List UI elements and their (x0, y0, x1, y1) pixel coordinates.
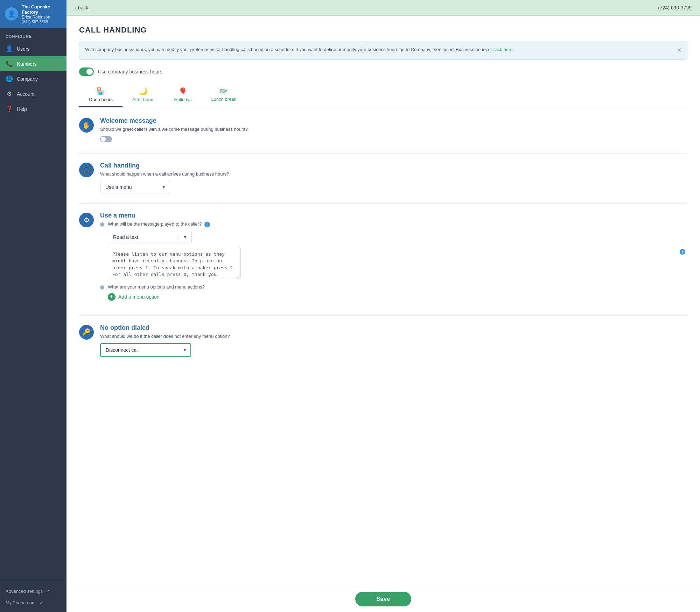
sidebar-item-account-label: Account (17, 91, 35, 97)
menu-options-row: What are your menu options and menu acti… (100, 284, 687, 301)
textarea-info-icon[interactable]: i (680, 249, 685, 255)
call-handling-body: Call handling What should happen when a … (100, 162, 687, 193)
phone-number: (724) 690-3799 (658, 5, 692, 10)
company-name: The Cupcake Factory (22, 4, 62, 15)
tab-lunch-break[interactable]: 🍽 Lunch break (201, 84, 246, 107)
call-handling-tabs: 🏪 Open hours 🌙 After hours 🎈 Holidays 🍽 … (79, 84, 687, 107)
call-handling-dropdown[interactable]: Use a menu Forward to number Send to voi… (100, 181, 170, 193)
sidebar-item-help-label: Help (17, 106, 27, 112)
welcome-message-subtitle: Should we greet callers with a welcome m… (100, 127, 687, 132)
advanced-settings-link[interactable]: Advanced settings ↗ (0, 585, 66, 597)
configure-label: CONFIGURE (0, 28, 66, 41)
tab-holidays[interactable]: 🎈 Holidays (164, 84, 202, 107)
menu-text-textarea[interactable]: Please listen to our menu options as the… (108, 247, 241, 278)
read-text-label: Read a text (108, 231, 178, 243)
call-handling-icon: 🎧 (79, 163, 94, 177)
call-handling-section: 🎧 Call handling What should happen when … (79, 162, 687, 193)
tab-after-hours[interactable]: 🌙 After hours (122, 84, 164, 107)
no-option-dialed-title: No option dialed (100, 324, 687, 332)
save-bar: Save (66, 586, 700, 612)
welcome-message-section: ✋ Welcome message Should we greet caller… (79, 117, 687, 143)
add-menu-option-button[interactable]: + Add a menu option (108, 293, 687, 301)
business-hours-toggle[interactable] (79, 67, 94, 76)
sidebar-item-company[interactable]: 🌐 Company (0, 71, 66, 86)
bullet-1 (100, 222, 104, 227)
business-hours-toggle-row: Use company business hours (79, 67, 687, 76)
use-a-menu-section: ⚙ Use a menu What will be the message pl… (79, 212, 687, 306)
use-a-menu-title: Use a menu (100, 212, 687, 219)
tab-open-hours[interactable]: 🏪 Open hours (79, 84, 122, 107)
after-hours-icon: 🌙 (139, 87, 148, 95)
back-button[interactable]: ‹ back (75, 5, 88, 10)
info-banner-text: With company business hours, you can mod… (85, 46, 514, 53)
sidebar-item-account[interactable]: ⚙ Account (0, 86, 66, 101)
welcome-message-toggle[interactable] (100, 136, 112, 142)
add-menu-option-label: Add a menu option (118, 294, 160, 300)
account-icon: ⚙ (6, 90, 13, 98)
page-content: CALL HANDLING With company business hour… (66, 16, 700, 586)
tab-holidays-label: Holidays (174, 97, 192, 102)
info-banner: With company business hours, you can mod… (79, 41, 687, 60)
sidebar-item-company-label: Company (17, 76, 38, 82)
my-phone-label: My.Phone.com (6, 600, 36, 605)
main-content: ‹ back (724) 690-3799 CALL HANDLING With… (66, 0, 700, 612)
call-handling-dropdown-wrap: Use a menu Forward to number Send to voi… (100, 181, 170, 193)
user-info: The Cupcake Factory Erica Robinson (844)… (22, 4, 62, 24)
sidebar-item-numbers[interactable]: 📞 Numbers (0, 56, 66, 71)
toggle-label: Use company business hours (98, 69, 162, 74)
tab-after-hours-label: After hours (132, 97, 155, 102)
no-option-dialed-icon: 🔑 (79, 325, 94, 340)
advanced-settings-label: Advanced settings (6, 589, 43, 594)
save-button[interactable]: Save (355, 592, 411, 606)
no-option-dialed-subtitle: What should we do if the caller does not… (100, 334, 687, 339)
call-handling-title: Call handling (100, 162, 687, 169)
use-a-menu-body: Use a menu What will be the message play… (100, 212, 687, 306)
lunch-break-icon: 🍽 (220, 87, 227, 95)
message-info-icon[interactable]: i (204, 222, 210, 227)
disconnect-dropdown-wrap: Disconnect call Forward to number Send t… (100, 343, 191, 357)
welcome-message-icon: ✋ (79, 118, 94, 133)
divider-3 (79, 315, 687, 316)
welcome-message-body: Welcome message Should we greet callers … (100, 117, 687, 143)
divider-2 (79, 203, 687, 204)
my-phone-link[interactable]: My.Phone.com ↗ (0, 597, 66, 609)
user-phone: (844) 587-8638 (22, 20, 62, 24)
read-text-dropdown-arrow[interactable]: ▼ (178, 235, 191, 240)
disconnect-dropdown[interactable]: Disconnect call Forward to number Send t… (100, 343, 191, 357)
click-here-link[interactable]: click here (493, 47, 513, 52)
sidebar-item-numbers-label: Numbers (17, 61, 37, 67)
avatar: 👤 (5, 7, 18, 21)
sidebar-item-users[interactable]: 👤 Users (0, 41, 66, 56)
open-hours-icon: 🏪 (96, 87, 105, 95)
no-option-dialed-section: 🔑 No option dialed What should we do if … (79, 324, 687, 357)
users-icon: 👤 (6, 45, 13, 52)
user-name: Erica Robinson (22, 15, 62, 20)
sidebar-item-help[interactable]: ❓ Help (0, 101, 66, 116)
sidebar-header: 👤 The Cupcake Factory Erica Robinson (84… (0, 0, 66, 28)
divider-1 (79, 153, 687, 154)
call-handling-subtitle: What should happen when a call arrives d… (100, 171, 687, 177)
read-text-dropdown-wrap: Read a text ▼ (108, 231, 192, 243)
company-icon: 🌐 (6, 75, 13, 83)
message-question-row: What will be the message played to the c… (100, 221, 687, 279)
menu-options-label: What are your menu options and menu acti… (108, 284, 687, 290)
use-a-menu-icon: ⚙ (79, 213, 94, 227)
external-link-icon: ↗ (46, 589, 50, 594)
external-link-icon-2: ↗ (39, 600, 43, 605)
close-banner-button[interactable]: ✕ (677, 46, 681, 55)
tab-lunch-break-label: Lunch break (211, 97, 236, 102)
topbar: ‹ back (724) 690-3799 (66, 0, 700, 16)
sidebar-item-users-label: Users (17, 46, 30, 52)
message-question-content: What will be the message played to the c… (108, 221, 687, 279)
message-question-label: What will be the message played to the c… (108, 221, 687, 227)
menu-options-content: What are your menu options and menu acti… (108, 284, 687, 301)
back-chevron-icon: ‹ (75, 5, 77, 10)
sidebar: 👤 The Cupcake Factory Erica Robinson (84… (0, 0, 66, 612)
menu-textarea-wrap: Please listen to our menu options as the… (108, 247, 687, 279)
help-icon: ❓ (6, 105, 13, 113)
welcome-message-title: Welcome message (100, 117, 687, 124)
sidebar-footer: Advanced settings ↗ My.Phone.com ↗ (0, 582, 66, 612)
back-label: back (78, 5, 89, 10)
numbers-icon: 📞 (6, 60, 13, 67)
add-option-plus-icon: + (108, 293, 115, 301)
